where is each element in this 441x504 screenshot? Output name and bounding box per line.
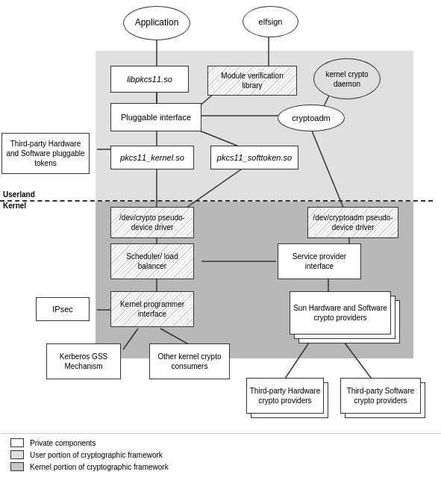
- legend-label-user: User portion of cryptographic framework: [30, 451, 163, 459]
- pkcs11-softtoken-label: pkcs11_softtoken.so: [217, 152, 292, 163]
- application-label: Application: [135, 17, 179, 29]
- other-kernel-label: Other kernel crypto consumers: [152, 352, 227, 371]
- ipsec-node: IPsec: [36, 297, 90, 321]
- module-verify-node: Module verification library: [207, 66, 297, 96]
- kernel-label: Kernel: [3, 202, 26, 210]
- sun-hw-sw-node: Sun Hardware and Software crypto provide…: [290, 291, 391, 335]
- pkcs11-kernel-node: pkcs11_kernel.so: [110, 146, 194, 169]
- kerberos-label: Kerberos GSS Mechanism: [49, 352, 118, 371]
- boundary-line: [0, 200, 433, 202]
- kernel-daemon-label: kernel crypto daemon: [318, 69, 376, 89]
- legend-item-kernel: Kernel portion of cryptographic framewor…: [10, 462, 431, 471]
- sun-hw-sw-label: Sun Hardware and Software crypto provide…: [293, 303, 388, 323]
- cryptoadm-node: cryptoadm: [278, 105, 345, 131]
- legend-label-private: Private components: [30, 439, 96, 447]
- kernel-programmer-node: Kernel programmer interface: [110, 291, 194, 327]
- elfsign-label: elfsign: [259, 16, 283, 27]
- kerberos-node: Kerberos GSS Mechanism: [46, 343, 121, 379]
- libpkcs11-label: libpkcs11.so: [127, 74, 172, 84]
- other-kernel-node: Other kernel crypto consumers: [149, 343, 230, 379]
- third-party-hw-label: Third-party Hardware crypto providers: [249, 386, 321, 405]
- dev-crypto-node: /dev/crypto pseudo-device driver: [110, 207, 194, 238]
- application-node: Application: [123, 6, 190, 40]
- pkcs11-kernel-label: pkcs11_kernel.so: [120, 152, 184, 163]
- scheduler-node: Scheduler/ load balancer: [110, 243, 194, 279]
- dev-cryptoadm-node: /dev/cryptoadm pseudo-device driver: [307, 207, 398, 238]
- third-party-sw-label: Third-party Software crypto providers: [343, 386, 418, 405]
- third-party-tokens-node: Third-party Hardware and Software plugga…: [1, 133, 90, 174]
- scheduler-label: Scheduler/ load balancer: [113, 252, 191, 271]
- cryptoadm-label: cryptoadm: [292, 113, 330, 123]
- pluggable-interface-node: Pluggable interface: [110, 103, 201, 131]
- pluggable-interface-label: Pluggable interface: [121, 112, 191, 122]
- ipsec-label: IPsec: [52, 304, 73, 314]
- legend-item-user: User portion of cryptographic framework: [10, 450, 431, 459]
- third-party-tokens-label: Third-party Hardware and Software plugga…: [4, 139, 87, 168]
- legend: Private components User portion of crypt…: [0, 433, 441, 479]
- legend-box-light: [10, 450, 24, 459]
- legend-box-white: [10, 438, 24, 447]
- kernel-daemon-node: kernel crypto daemon: [313, 58, 381, 99]
- elfsign-node: elfsign: [243, 6, 298, 37]
- pkcs11-softtoken-node: pkcs11_softtoken.so: [210, 146, 298, 169]
- third-party-sw-node: Third-party Software crypto providers: [340, 378, 421, 414]
- third-party-hw-node: Third-party Hardware crypto providers: [246, 378, 324, 414]
- legend-label-kernel: Kernel portion of cryptographic framewor…: [30, 463, 169, 471]
- service-provider-label: Service provider interface: [281, 252, 358, 271]
- userland-label: Userland: [3, 190, 35, 199]
- diagram-container: Userland Kernel Application elfsign libp…: [0, 0, 441, 433]
- dev-crypto-label: /dev/crypto pseudo-device driver: [113, 213, 191, 232]
- legend-item-private: Private components: [10, 438, 431, 447]
- kernel-programmer-label: Kernel programmer interface: [113, 299, 191, 319]
- legend-box-medium: [10, 462, 24, 471]
- libpkcs11-node: libpkcs11.so: [110, 66, 189, 93]
- module-verify-label: Module verification library: [210, 71, 294, 90]
- dev-cryptoadm-label: /dev/cryptoadm pseudo-device driver: [310, 213, 395, 232]
- service-provider-node: Service provider interface: [278, 243, 361, 279]
